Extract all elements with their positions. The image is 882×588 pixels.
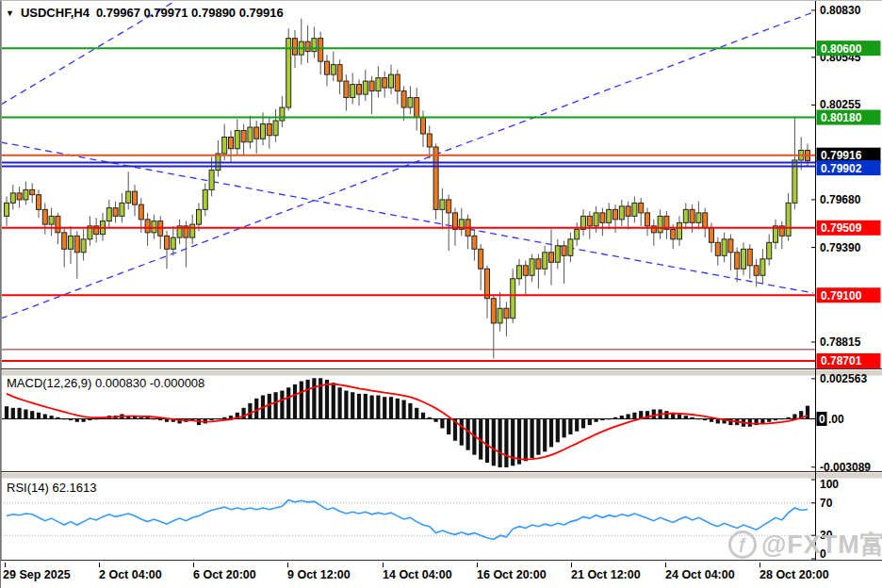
candle-body-bull (408, 98, 413, 107)
candle-body-bull (511, 279, 515, 318)
candle-body-bear (504, 308, 509, 318)
price-tick-label: 0.78815 (820, 335, 861, 349)
candle-body-bull (498, 308, 502, 323)
candle-body-bear (485, 269, 490, 298)
price-badge-label: 0.79916 (821, 149, 862, 162)
macd-histogram-bar (632, 413, 636, 419)
macd-histogram-bar (75, 418, 79, 421)
candle-body-bear (453, 213, 458, 229)
candle-body-bear (344, 81, 349, 97)
candle-body-bear (165, 236, 170, 249)
candle-body-bull (742, 249, 746, 269)
macd-histogram-bar (50, 416, 54, 418)
candle-body-bear (645, 213, 650, 226)
macd-histogram-bar (216, 418, 220, 419)
candle-body-bear (491, 299, 496, 323)
macd-histogram-bar (30, 411, 34, 418)
trendline-2[interactable] (1, 1, 175, 105)
macd-histogram-bar (139, 417, 143, 419)
candle-body-bear (415, 98, 419, 118)
candle-body-bear (613, 209, 618, 219)
candle-body-bull (49, 216, 54, 224)
candle-body-bear (241, 131, 246, 142)
candle-body-bear (626, 206, 630, 216)
trendline-1[interactable] (1, 12, 813, 318)
main-panel[interactable] (1, 1, 815, 361)
macd-histogram-bar (94, 418, 98, 419)
candle-body-bear (337, 65, 342, 81)
candle-body-bull (376, 78, 381, 91)
candle-body-bear (427, 134, 432, 147)
macd-histogram-bar (248, 403, 252, 419)
candle-body-bear (447, 200, 451, 213)
candle-body-bear (383, 78, 387, 88)
macd-histogram-bar (24, 409, 27, 418)
macd-histogram-bar (383, 397, 386, 418)
macd-histogram-bar (408, 403, 412, 419)
candle-body-bull (722, 239, 727, 255)
candle-body-bear (562, 246, 566, 255)
rsi-tick-label: 30 (820, 529, 833, 542)
macd-histogram-bar (678, 414, 681, 418)
macd-histogram-bar (62, 418, 66, 419)
candle-body-bear (433, 147, 438, 209)
macd-histogram-bar (293, 384, 297, 419)
candle-body-bull (69, 236, 74, 249)
time-axis[interactable]: 29 Sep 20252 Oct 04:006 Oct 20:009 Oct 1… (3, 563, 829, 581)
candle-body-bull (363, 81, 368, 94)
rsi-line (7, 499, 808, 539)
macd-histogram-bar (696, 418, 700, 419)
macd-histogram-bar (364, 394, 368, 419)
macd-zero-badge-label: 0 (819, 413, 825, 426)
candle-body-bear (62, 233, 67, 249)
macd-histogram-bar (325, 380, 329, 419)
candle-body-bear (600, 213, 605, 222)
candle-body-bear (42, 209, 47, 224)
macd-histogram-bar (286, 387, 290, 418)
candle-body-bear (74, 236, 79, 252)
time-tick-label: 6 Oct 20:00 (193, 568, 256, 581)
macd-histogram-bar (370, 396, 374, 419)
candle-body-bull (543, 253, 547, 269)
candle-body-bear (293, 39, 298, 55)
macd-histogram-bar (88, 418, 91, 420)
macd-panel[interactable] (1, 378, 815, 467)
candle-body-bear (229, 138, 234, 149)
macd-histogram-bar (396, 399, 400, 419)
rsi-tick-label: 0 (820, 547, 826, 561)
rsi-panel[interactable] (1, 499, 815, 539)
macd-histogram-bar (664, 411, 668, 418)
candle-body-bull (312, 39, 317, 52)
macd-histogram-bar (568, 418, 572, 434)
macd-histogram-bar (351, 392, 354, 418)
candle-body-bull (767, 242, 772, 258)
macd-histogram-bar (222, 417, 226, 419)
candle-body-bull (273, 121, 278, 136)
time-tick-label: 14 Oct 04:00 (383, 568, 452, 581)
price-badge-label: 0.78701 (821, 354, 862, 368)
candle-body-bull (786, 203, 791, 236)
candle-body-bear (17, 193, 22, 200)
price-axis[interactable]: 0.808300.805450.802550.796800.793900.788… (811, 4, 881, 368)
candle-body-bear (671, 229, 676, 238)
macd-histogram-bar (504, 418, 508, 466)
macd-histogram-bar (780, 418, 784, 419)
candle-body-bull (81, 239, 86, 253)
chart-plot-area[interactable]: 0.808300.805450.802550.796800.793900.788… (1, 1, 882, 588)
macd-histogram-bar (357, 394, 361, 419)
candle-body-bear (703, 213, 708, 228)
macd-histogram-bar (5, 406, 8, 418)
macd-histogram-bar (613, 417, 617, 419)
price-tick-label: 0.79390 (820, 241, 861, 254)
macd-histogram-bar (318, 378, 322, 418)
macd-axis[interactable]: 0.0025630.00-0.003089 (811, 372, 871, 474)
price-tick-label: 0.80830 (820, 4, 861, 17)
candle-body-bear (549, 253, 554, 262)
candle-body-bear (30, 189, 35, 194)
macd-histogram-bar (210, 418, 214, 420)
macd-histogram-bar (492, 418, 496, 466)
candle-body-bear (472, 236, 477, 249)
macd-histogram-bar (254, 399, 258, 419)
candle-body-bull (24, 189, 28, 199)
macd-histogram-bar (18, 408, 22, 419)
